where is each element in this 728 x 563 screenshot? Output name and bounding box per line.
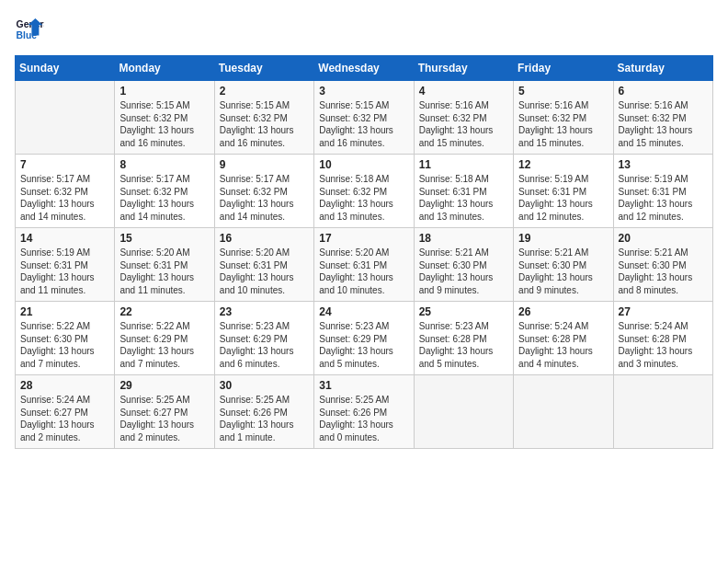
day-info: Sunrise: 5:16 AM Sunset: 6:32 PM Dayligh… xyxy=(419,99,508,149)
day-info: Sunrise: 5:15 AM Sunset: 6:32 PM Dayligh… xyxy=(319,99,408,149)
day-number: 1 xyxy=(119,85,209,98)
day-info: Sunrise: 5:24 AM Sunset: 6:28 PM Dayligh… xyxy=(619,320,708,370)
day-info: Sunrise: 5:25 AM Sunset: 6:26 PM Dayligh… xyxy=(319,394,408,443)
day-info: Sunrise: 5:22 AM Sunset: 6:29 PM Dayligh… xyxy=(119,320,209,370)
weekday-header-cell: Thursday xyxy=(414,56,513,81)
calendar-week-row: 7Sunrise: 5:17 AM Sunset: 6:32 PM Daylig… xyxy=(16,155,713,228)
calendar-cell: 23Sunrise: 5:23 AM Sunset: 6:29 PM Dayli… xyxy=(214,302,313,375)
calendar-table: SundayMondayTuesdayWednesdayThursdayFrid… xyxy=(15,55,713,449)
day-number: 9 xyxy=(220,158,309,171)
day-info: Sunrise: 5:19 AM Sunset: 6:31 PM Dayligh… xyxy=(20,247,109,296)
weekday-header-cell: Sunday xyxy=(16,56,115,81)
calendar-cell: 1Sunrise: 5:15 AM Sunset: 6:32 PM Daylig… xyxy=(115,81,214,155)
calendar-cell: 26Sunrise: 5:24 AM Sunset: 6:28 PM Dayli… xyxy=(514,302,613,375)
calendar-cell: 10Sunrise: 5:18 AM Sunset: 6:32 PM Dayli… xyxy=(314,155,414,228)
calendar-cell: 28Sunrise: 5:24 AM Sunset: 6:27 PM Dayli… xyxy=(16,375,115,449)
day-number: 11 xyxy=(419,158,508,171)
calendar-cell: 21Sunrise: 5:22 AM Sunset: 6:30 PM Dayli… xyxy=(16,302,115,375)
calendar-cell: 13Sunrise: 5:19 AM Sunset: 6:31 PM Dayli… xyxy=(613,155,712,228)
calendar-cell: 19Sunrise: 5:21 AM Sunset: 6:30 PM Dayli… xyxy=(514,228,613,302)
day-info: Sunrise: 5:20 AM Sunset: 6:31 PM Dayligh… xyxy=(119,247,209,296)
calendar-week-row: 14Sunrise: 5:19 AM Sunset: 6:31 PM Dayli… xyxy=(16,228,713,302)
calendar-cell: 31Sunrise: 5:25 AM Sunset: 6:26 PM Dayli… xyxy=(314,375,414,449)
calendar-cell xyxy=(613,375,712,449)
day-info: Sunrise: 5:20 AM Sunset: 6:31 PM Dayligh… xyxy=(319,247,408,296)
day-number: 5 xyxy=(518,85,608,98)
day-number: 15 xyxy=(119,232,209,245)
calendar-cell: 17Sunrise: 5:20 AM Sunset: 6:31 PM Dayli… xyxy=(314,228,414,302)
calendar-cell: 6Sunrise: 5:16 AM Sunset: 6:32 PM Daylig… xyxy=(613,81,712,155)
day-info: Sunrise: 5:24 AM Sunset: 6:28 PM Dayligh… xyxy=(518,320,608,370)
calendar-cell: 12Sunrise: 5:19 AM Sunset: 6:31 PM Dayli… xyxy=(514,155,613,228)
day-info: Sunrise: 5:15 AM Sunset: 6:32 PM Dayligh… xyxy=(220,99,309,149)
day-number: 29 xyxy=(119,379,209,392)
weekday-header-cell: Saturday xyxy=(613,56,712,81)
day-number: 14 xyxy=(20,232,109,245)
day-info: Sunrise: 5:23 AM Sunset: 6:29 PM Dayligh… xyxy=(220,320,309,370)
calendar-cell xyxy=(414,375,513,449)
calendar-cell: 16Sunrise: 5:20 AM Sunset: 6:31 PM Dayli… xyxy=(214,228,313,302)
day-number: 24 xyxy=(319,305,408,318)
calendar-cell: 3Sunrise: 5:15 AM Sunset: 6:32 PM Daylig… xyxy=(314,81,414,155)
day-number: 27 xyxy=(619,305,708,318)
logo-icon: General Blue xyxy=(15,15,44,44)
calendar-cell: 24Sunrise: 5:23 AM Sunset: 6:29 PM Dayli… xyxy=(314,302,414,375)
day-number: 20 xyxy=(619,232,708,245)
day-number: 23 xyxy=(220,305,309,318)
day-number: 30 xyxy=(220,379,309,392)
calendar-cell: 11Sunrise: 5:18 AM Sunset: 6:31 PM Dayli… xyxy=(414,155,513,228)
day-number: 19 xyxy=(518,232,608,245)
day-number: 26 xyxy=(518,305,608,318)
day-info: Sunrise: 5:15 AM Sunset: 6:32 PM Dayligh… xyxy=(119,99,209,149)
logo: General Blue xyxy=(15,15,44,44)
calendar-week-row: 28Sunrise: 5:24 AM Sunset: 6:27 PM Dayli… xyxy=(16,375,713,449)
calendar-cell: 27Sunrise: 5:24 AM Sunset: 6:28 PM Dayli… xyxy=(613,302,712,375)
weekday-header-cell: Wednesday xyxy=(314,56,414,81)
day-number: 28 xyxy=(20,379,109,392)
calendar-cell: 22Sunrise: 5:22 AM Sunset: 6:29 PM Dayli… xyxy=(115,302,214,375)
day-number: 6 xyxy=(619,85,708,98)
day-info: Sunrise: 5:19 AM Sunset: 6:31 PM Dayligh… xyxy=(619,173,708,223)
day-number: 17 xyxy=(319,232,408,245)
day-info: Sunrise: 5:20 AM Sunset: 6:31 PM Dayligh… xyxy=(220,247,309,296)
calendar-cell: 20Sunrise: 5:21 AM Sunset: 6:30 PM Dayli… xyxy=(613,228,712,302)
day-info: Sunrise: 5:21 AM Sunset: 6:30 PM Dayligh… xyxy=(419,247,508,296)
day-number: 12 xyxy=(518,158,608,171)
weekday-header-cell: Monday xyxy=(115,56,214,81)
day-number: 7 xyxy=(20,158,109,171)
calendar-week-row: 1Sunrise: 5:15 AM Sunset: 6:32 PM Daylig… xyxy=(16,81,713,155)
calendar-cell: 30Sunrise: 5:25 AM Sunset: 6:26 PM Dayli… xyxy=(214,375,313,449)
day-info: Sunrise: 5:16 AM Sunset: 6:32 PM Dayligh… xyxy=(518,99,608,149)
day-info: Sunrise: 5:19 AM Sunset: 6:31 PM Dayligh… xyxy=(518,173,608,223)
calendar-cell: 25Sunrise: 5:23 AM Sunset: 6:28 PM Dayli… xyxy=(414,302,513,375)
day-info: Sunrise: 5:21 AM Sunset: 6:30 PM Dayligh… xyxy=(518,247,608,296)
day-number: 31 xyxy=(319,379,408,392)
calendar-cell: 8Sunrise: 5:17 AM Sunset: 6:32 PM Daylig… xyxy=(115,155,214,228)
day-number: 8 xyxy=(119,158,209,171)
day-number: 21 xyxy=(20,305,109,318)
day-number: 4 xyxy=(419,85,508,98)
calendar-cell: 18Sunrise: 5:21 AM Sunset: 6:30 PM Dayli… xyxy=(414,228,513,302)
day-info: Sunrise: 5:18 AM Sunset: 6:31 PM Dayligh… xyxy=(419,173,508,223)
day-number: 22 xyxy=(119,305,209,318)
calendar-cell: 5Sunrise: 5:16 AM Sunset: 6:32 PM Daylig… xyxy=(514,81,613,155)
calendar-body: 1Sunrise: 5:15 AM Sunset: 6:32 PM Daylig… xyxy=(16,81,713,449)
day-number: 2 xyxy=(220,85,309,98)
calendar-cell: 14Sunrise: 5:19 AM Sunset: 6:31 PM Dayli… xyxy=(16,228,115,302)
calendar-cell: 2Sunrise: 5:15 AM Sunset: 6:32 PM Daylig… xyxy=(214,81,313,155)
weekday-header-row: SundayMondayTuesdayWednesdayThursdayFrid… xyxy=(16,56,713,81)
day-number: 13 xyxy=(619,158,708,171)
calendar-week-row: 21Sunrise: 5:22 AM Sunset: 6:30 PM Dayli… xyxy=(16,302,713,375)
day-info: Sunrise: 5:17 AM Sunset: 6:32 PM Dayligh… xyxy=(20,173,109,223)
page-header: General Blue xyxy=(15,15,713,44)
day-info: Sunrise: 5:25 AM Sunset: 6:27 PM Dayligh… xyxy=(119,394,209,443)
day-info: Sunrise: 5:16 AM Sunset: 6:32 PM Dayligh… xyxy=(619,99,708,149)
day-number: 10 xyxy=(319,158,408,171)
day-info: Sunrise: 5:25 AM Sunset: 6:26 PM Dayligh… xyxy=(220,394,309,443)
calendar-cell xyxy=(16,81,115,155)
day-info: Sunrise: 5:23 AM Sunset: 6:29 PM Dayligh… xyxy=(319,320,408,370)
day-number: 25 xyxy=(419,305,508,318)
day-info: Sunrise: 5:22 AM Sunset: 6:30 PM Dayligh… xyxy=(20,320,109,370)
calendar-cell: 29Sunrise: 5:25 AM Sunset: 6:27 PM Dayli… xyxy=(115,375,214,449)
calendar-cell: 7Sunrise: 5:17 AM Sunset: 6:32 PM Daylig… xyxy=(16,155,115,228)
